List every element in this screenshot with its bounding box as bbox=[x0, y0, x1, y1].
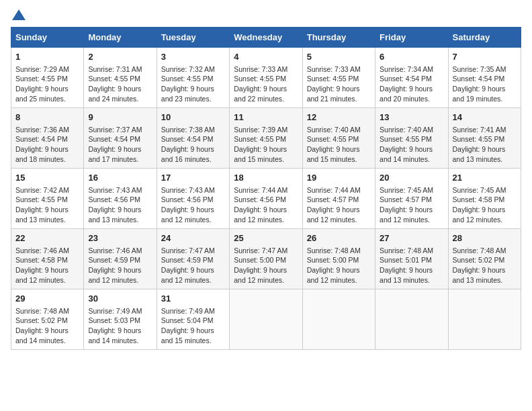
day-number: 22 bbox=[15, 232, 79, 244]
day-number: 5 bbox=[307, 51, 371, 63]
sunrise: Sunrise: 7:42 AM bbox=[15, 186, 69, 194]
sunset: Sunset: 4:58 PM bbox=[15, 256, 68, 264]
day-number: 10 bbox=[161, 111, 225, 124]
day-cell: 24Sunrise: 7:47 AMSunset: 4:59 PMDayligh… bbox=[157, 229, 229, 289]
daylight: Daylight: 9 hours and 14 minutes. bbox=[88, 326, 141, 345]
sunrise: Sunrise: 7:45 AM bbox=[380, 186, 433, 194]
day-number: 20 bbox=[380, 172, 443, 184]
daylight: Daylight: 9 hours and 13 minutes. bbox=[453, 145, 506, 163]
day-cell: 4Sunrise: 7:33 AMSunset: 4:55 PMDaylight… bbox=[230, 48, 302, 108]
day-cell bbox=[302, 289, 375, 350]
day-cell: 15Sunrise: 7:42 AMSunset: 4:55 PMDayligh… bbox=[11, 169, 84, 229]
day-number: 18 bbox=[234, 172, 298, 184]
col-header-saturday: Saturday bbox=[448, 28, 521, 48]
col-header-sunday: Sunday bbox=[11, 28, 84, 48]
sunrise: Sunrise: 7:48 AM bbox=[380, 246, 433, 255]
day-cell: 26Sunrise: 7:48 AMSunset: 5:00 PMDayligh… bbox=[302, 229, 375, 289]
day-cell: 27Sunrise: 7:48 AMSunset: 5:01 PMDayligh… bbox=[375, 229, 448, 289]
day-cell: 17Sunrise: 7:43 AMSunset: 4:56 PMDayligh… bbox=[157, 169, 229, 229]
sunrise: Sunrise: 7:46 AM bbox=[15, 246, 69, 255]
daylight: Daylight: 9 hours and 22 minutes. bbox=[234, 85, 287, 103]
daylight: Daylight: 9 hours and 12 minutes. bbox=[15, 266, 69, 284]
day-cell: 9Sunrise: 7:37 AMSunset: 4:54 PMDaylight… bbox=[84, 108, 157, 169]
sunrise: Sunrise: 7:43 AM bbox=[161, 186, 215, 194]
day-number: 9 bbox=[88, 111, 152, 124]
week-row-4: 22Sunrise: 7:46 AMSunset: 4:58 PMDayligh… bbox=[11, 229, 521, 289]
sunset: Sunset: 5:00 PM bbox=[234, 256, 286, 264]
sunset: Sunset: 4:56 PM bbox=[161, 195, 214, 203]
daylight: Daylight: 9 hours and 12 minutes. bbox=[234, 205, 287, 224]
day-cell: 31Sunrise: 7:49 AMSunset: 5:04 PMDayligh… bbox=[157, 289, 229, 350]
sunset: Sunset: 4:59 PM bbox=[88, 256, 140, 264]
daylight: Daylight: 9 hours and 15 minutes. bbox=[234, 145, 287, 163]
day-cell: 8Sunrise: 7:36 AMSunset: 4:54 PMDaylight… bbox=[11, 108, 84, 169]
sunrise: Sunrise: 7:48 AM bbox=[307, 246, 361, 255]
day-cell: 22Sunrise: 7:46 AMSunset: 4:58 PMDayligh… bbox=[11, 229, 84, 289]
sunrise: Sunrise: 7:36 AM bbox=[15, 126, 69, 134]
col-header-tuesday: Tuesday bbox=[157, 28, 229, 48]
day-number: 6 bbox=[380, 51, 443, 63]
header-row: SundayMondayTuesdayWednesdayThursdayFrid… bbox=[11, 28, 521, 48]
col-header-thursday: Thursday bbox=[302, 28, 375, 48]
day-cell bbox=[448, 289, 521, 350]
sunset: Sunset: 5:02 PM bbox=[453, 256, 505, 264]
sunset: Sunset: 4:55 PM bbox=[380, 135, 432, 143]
day-cell: 23Sunrise: 7:46 AMSunset: 4:59 PMDayligh… bbox=[84, 229, 157, 289]
sunrise: Sunrise: 7:47 AM bbox=[234, 246, 287, 255]
day-number: 7 bbox=[453, 51, 517, 63]
day-number: 11 bbox=[234, 111, 298, 124]
day-number: 31 bbox=[161, 293, 225, 305]
sunrise: Sunrise: 7:40 AM bbox=[307, 126, 361, 134]
day-number: 12 bbox=[307, 111, 371, 124]
sunrise: Sunrise: 7:45 AM bbox=[453, 186, 506, 194]
day-number: 27 bbox=[380, 232, 443, 244]
daylight: Daylight: 9 hours and 12 minutes. bbox=[234, 266, 287, 284]
day-cell: 5Sunrise: 7:33 AMSunset: 4:55 PMDaylight… bbox=[302, 48, 375, 108]
logo bbox=[11, 11, 26, 19]
day-cell: 16Sunrise: 7:43 AMSunset: 4:56 PMDayligh… bbox=[84, 169, 157, 229]
day-number: 28 bbox=[453, 232, 517, 244]
day-cell: 14Sunrise: 7:41 AMSunset: 4:55 PMDayligh… bbox=[448, 108, 521, 169]
daylight: Daylight: 9 hours and 12 minutes. bbox=[88, 266, 141, 284]
sunset: Sunset: 4:55 PM bbox=[161, 75, 214, 83]
day-cell: 2Sunrise: 7:31 AMSunset: 4:55 PMDaylight… bbox=[84, 48, 157, 108]
svg-marker-0 bbox=[12, 9, 26, 20]
week-row-3: 15Sunrise: 7:42 AMSunset: 4:55 PMDayligh… bbox=[11, 169, 521, 229]
day-cell: 20Sunrise: 7:45 AMSunset: 4:57 PMDayligh… bbox=[375, 169, 448, 229]
sunset: Sunset: 5:00 PM bbox=[307, 256, 359, 264]
day-cell: 11Sunrise: 7:39 AMSunset: 4:55 PMDayligh… bbox=[230, 108, 302, 169]
day-cell: 25Sunrise: 7:47 AMSunset: 5:00 PMDayligh… bbox=[230, 229, 302, 289]
col-header-wednesday: Wednesday bbox=[230, 28, 302, 48]
sunset: Sunset: 4:54 PM bbox=[161, 135, 214, 143]
day-number: 26 bbox=[307, 232, 371, 244]
sunrise: Sunrise: 7:33 AM bbox=[234, 65, 287, 73]
day-cell: 6Sunrise: 7:34 AMSunset: 4:54 PMDaylight… bbox=[375, 48, 448, 108]
sunset: Sunset: 5:03 PM bbox=[88, 316, 140, 324]
sunset: Sunset: 4:55 PM bbox=[453, 135, 505, 143]
daylight: Daylight: 9 hours and 25 minutes. bbox=[15, 85, 69, 103]
sunset: Sunset: 4:54 PM bbox=[88, 135, 140, 143]
day-number: 23 bbox=[88, 232, 152, 244]
day-cell: 10Sunrise: 7:38 AMSunset: 4:54 PMDayligh… bbox=[157, 108, 229, 169]
daylight: Daylight: 9 hours and 13 minutes. bbox=[88, 205, 141, 224]
sunset: Sunset: 4:54 PM bbox=[453, 75, 505, 83]
day-cell: 19Sunrise: 7:44 AMSunset: 4:57 PMDayligh… bbox=[302, 169, 375, 229]
daylight: Daylight: 9 hours and 21 minutes. bbox=[307, 85, 360, 103]
day-number: 19 bbox=[307, 172, 371, 184]
sunset: Sunset: 4:55 PM bbox=[234, 75, 286, 83]
sunrise: Sunrise: 7:48 AM bbox=[15, 307, 69, 315]
sunrise: Sunrise: 7:41 AM bbox=[453, 126, 506, 134]
sunrise: Sunrise: 7:38 AM bbox=[161, 126, 215, 134]
daylight: Daylight: 9 hours and 12 minutes. bbox=[307, 205, 360, 224]
sunrise: Sunrise: 7:44 AM bbox=[234, 186, 287, 194]
sunrise: Sunrise: 7:29 AM bbox=[15, 65, 69, 73]
day-number: 13 bbox=[380, 111, 443, 124]
day-number: 17 bbox=[161, 172, 225, 184]
day-cell: 21Sunrise: 7:45 AMSunset: 4:58 PMDayligh… bbox=[448, 169, 521, 229]
day-number: 24 bbox=[161, 232, 225, 244]
day-number: 15 bbox=[15, 172, 79, 184]
day-cell: 28Sunrise: 7:48 AMSunset: 5:02 PMDayligh… bbox=[448, 229, 521, 289]
day-number: 2 bbox=[88, 51, 152, 63]
daylight: Daylight: 9 hours and 16 minutes. bbox=[161, 145, 214, 163]
day-cell: 29Sunrise: 7:48 AMSunset: 5:02 PMDayligh… bbox=[11, 289, 84, 350]
